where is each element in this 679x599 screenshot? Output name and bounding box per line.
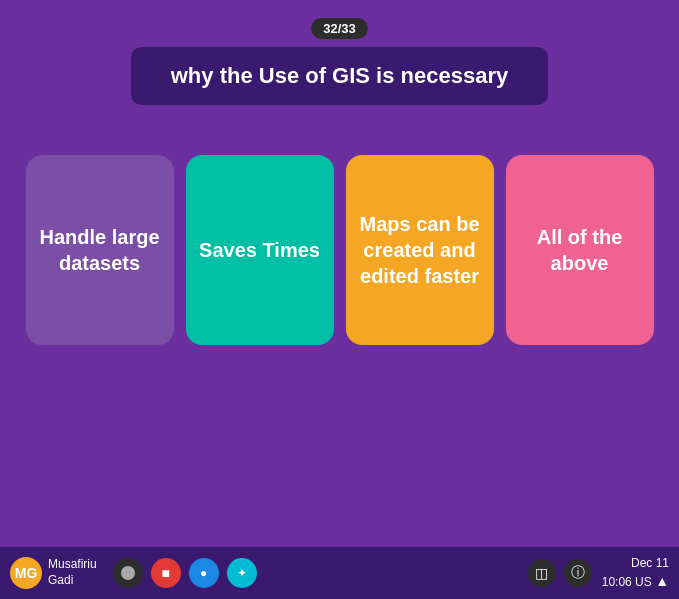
answer-card-a[interactable]: Handle large datasets bbox=[26, 155, 174, 345]
clock-date: Dec 11 bbox=[602, 555, 669, 572]
taskbar-icon-circle[interactable] bbox=[113, 558, 143, 588]
answer-card-b[interactable]: Saves Times bbox=[186, 155, 334, 345]
avatar: MG bbox=[10, 557, 42, 589]
question-text: why the Use of GIS is necessary bbox=[171, 63, 508, 88]
taskbar-icon-app1[interactable]: ■ bbox=[151, 558, 181, 588]
sys-icon-settings[interactable]: ⓘ bbox=[564, 559, 592, 587]
taskbar-icon-app2[interactable]: ● bbox=[189, 558, 219, 588]
taskbar-right: ◫ ⓘ Dec 11 10:06 US ▲ bbox=[528, 555, 669, 591]
question-box: why the Use of GIS is necessary bbox=[131, 47, 548, 105]
taskbar-app-icons: ■ ● ✦ bbox=[113, 558, 257, 588]
taskbar-sys-icons: ◫ ⓘ bbox=[528, 559, 592, 587]
svg-point-0 bbox=[121, 566, 135, 580]
user-name-line1: Musafiriu bbox=[48, 557, 97, 571]
user-name: Musafiriu Gadi bbox=[48, 557, 97, 588]
clock-time: 10:06 US bbox=[602, 575, 652, 589]
clock-area: Dec 11 10:06 US ▲ bbox=[602, 555, 669, 591]
avatar-initials: MG bbox=[15, 565, 38, 581]
progress-text: 32/33 bbox=[323, 21, 356, 36]
taskbar-left: MG Musafiriu Gadi ■ ● ✦ bbox=[10, 557, 528, 589]
clock-time-row: 10:06 US ▲ bbox=[602, 572, 669, 592]
card-c-text: Maps can be created and edited faster bbox=[356, 211, 484, 289]
taskbar: MG Musafiriu Gadi ■ ● ✦ ◫ bbox=[0, 547, 679, 599]
card-d-text: All of the above bbox=[516, 224, 644, 276]
sys-icon-screen[interactable]: ◫ bbox=[528, 559, 556, 587]
card-a-text: Handle large datasets bbox=[36, 224, 164, 276]
top-area: 32/33 why the Use of GIS is necessary bbox=[0, 0, 679, 105]
taskbar-icon-app3[interactable]: ✦ bbox=[227, 558, 257, 588]
cards-area: Handle large datasets Saves Times Maps c… bbox=[0, 125, 679, 365]
answer-card-d[interactable]: All of the above bbox=[506, 155, 654, 345]
wifi-icon: ▲ bbox=[655, 573, 669, 589]
answer-card-c[interactable]: Maps can be created and edited faster bbox=[346, 155, 494, 345]
card-b-text: Saves Times bbox=[199, 237, 320, 263]
user-name-line2: Gadi bbox=[48, 573, 73, 587]
progress-badge: 32/33 bbox=[311, 18, 368, 39]
